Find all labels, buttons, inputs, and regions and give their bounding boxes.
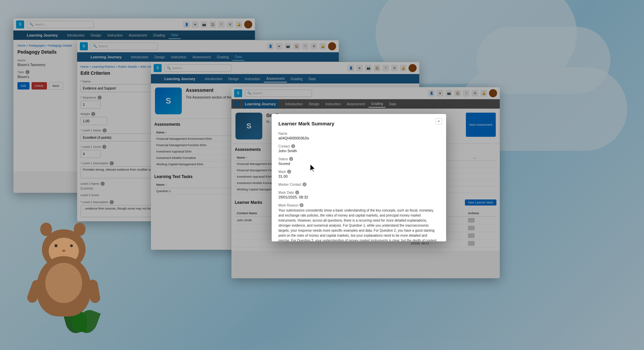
modal-status-field: Status i Scored <box>278 157 439 166</box>
mascot-belly <box>45 263 82 303</box>
modal-mark-reason-field: Mark Reason i Your submissions consisten… <box>278 203 439 241</box>
modal-mark-date-field: Mark Date i 29/01/2025, 08:32 <box>278 190 439 199</box>
mark-date-info-icon: i <box>295 190 299 194</box>
contact-info-icon: i <box>291 144 295 148</box>
mark-reason-info-icon: i <box>300 203 304 207</box>
status-info-icon: i <box>289 157 293 161</box>
modal-close-button[interactable]: × <box>435 118 442 125</box>
mascot-eye-left <box>55 244 57 247</box>
marker-contact-info-icon: i <box>303 182 307 186</box>
modal-mark-field: Mark i 31.00 <box>278 170 439 178</box>
modal-title: Learner Mark Summary <box>278 121 439 126</box>
modal-marker-contact-field: Marker Contact i <box>278 182 439 186</box>
mascot-nose <box>62 250 65 252</box>
mascot-eye-right <box>70 244 73 247</box>
modal-contact-field: Contact i John Smith <box>278 144 439 153</box>
mascot <box>27 236 101 330</box>
mascot-body <box>37 256 91 316</box>
mark-info-icon: i <box>287 170 291 174</box>
modal-name-field: Name a04QH00000362lx <box>278 132 439 140</box>
learner-mark-summary-modal: Learner Mark Summary × Name a04QH0000036… <box>272 114 446 241</box>
